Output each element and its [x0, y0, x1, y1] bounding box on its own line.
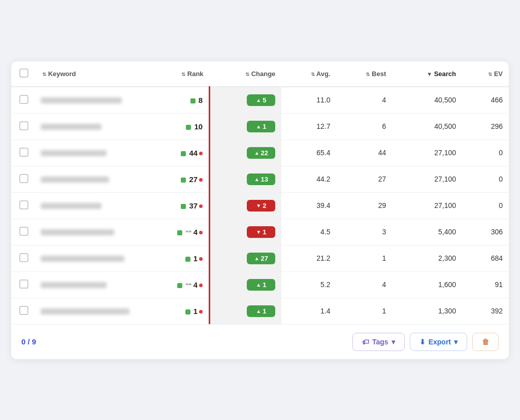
export-chevron-icon: ▾	[454, 338, 458, 346]
rank-number: 27	[189, 175, 198, 184]
export-button[interactable]: ⬇ Export ▾	[410, 333, 467, 351]
ev-cell: 392	[462, 298, 509, 324]
keyword-cell	[35, 87, 146, 114]
ev-cell: 0	[462, 166, 509, 192]
ev-column-header[interactable]: ⇅ EV	[462, 61, 509, 87]
best-cell: 1	[336, 245, 392, 271]
rank-indicator	[186, 125, 191, 130]
row-checkbox-cell	[11, 271, 35, 298]
rank-number: 4	[193, 281, 198, 289]
tags-label: Tags	[372, 338, 388, 346]
change-badge: ▲27	[247, 253, 275, 264]
ev-cell: 306	[462, 219, 509, 245]
row-checkbox-cell	[11, 192, 35, 219]
avg-cell: 1.4	[281, 298, 336, 324]
row-checkbox-cell	[11, 166, 35, 192]
search-sort-icon: ▼	[427, 71, 432, 77]
ev-cell: 91	[462, 271, 509, 298]
rank-number: 37	[189, 201, 198, 210]
delete-icon: 🗑	[482, 338, 489, 346]
rank-cell: ❝❝4	[146, 219, 210, 245]
row-checkbox[interactable]	[19, 306, 28, 315]
select-all-checkbox[interactable]	[19, 68, 28, 78]
best-cell: 4	[336, 87, 392, 114]
avg-cell: 12.7	[281, 113, 336, 139]
row-checkbox[interactable]	[19, 148, 28, 157]
rank-number: 10	[194, 122, 203, 131]
row-checkbox[interactable]	[19, 95, 28, 104]
rank-label: Rank	[187, 70, 204, 78]
keyword-text	[41, 282, 107, 288]
ev-cell: 684	[462, 245, 509, 271]
avg-column-header[interactable]: ⇅ Avg.	[281, 61, 336, 87]
row-checkbox[interactable]	[19, 253, 28, 262]
change-cell: ▲22	[210, 139, 282, 166]
rank-indicator	[181, 204, 186, 209]
main-container: ⇅ Keyword ⇅ Rank ⇅ Change ⇅ Avg. ⇅ Bes	[11, 61, 509, 359]
change-sort-icon: ⇅	[245, 72, 249, 77]
row-checkbox[interactable]	[19, 121, 28, 130]
ev-label: EV	[494, 70, 503, 78]
change-cell: ▲1	[210, 298, 282, 324]
table-footer: 0 / 9 🏷 Tags ▾ ⬇ Export ▾ 🗑	[11, 324, 509, 359]
keyword-text	[41, 229, 114, 235]
row-checkbox[interactable]	[19, 227, 28, 236]
keyword-text	[41, 97, 122, 103]
change-badge: ▲1	[247, 279, 275, 291]
up-arrow-icon: ▲	[256, 124, 261, 129]
change-cell: ▼1	[210, 219, 282, 245]
change-value: 1	[263, 228, 266, 236]
row-checkbox[interactable]	[19, 200, 28, 209]
change-value: 22	[261, 149, 268, 157]
select-all-header[interactable]	[11, 61, 35, 87]
best-label: Best	[372, 70, 386, 78]
down-arrow-icon: ▼	[256, 203, 261, 208]
change-cell: ▲1	[210, 113, 282, 139]
rank-sort-icon: ⇅	[181, 72, 185, 77]
row-checkbox[interactable]	[19, 279, 28, 289]
avg-cell: 65.4	[281, 139, 336, 166]
row-checkbox[interactable]	[19, 174, 28, 183]
ev-cell: 296	[462, 113, 509, 139]
rank-indicator	[190, 98, 196, 103]
change-column-header[interactable]: ⇅ Change	[210, 61, 282, 87]
table-row: 37▼239.42927,1000	[11, 192, 509, 219]
rank-column-header[interactable]: ⇅ Rank	[146, 61, 210, 87]
change-cell: ▲1	[210, 271, 282, 298]
keyword-cell	[35, 192, 146, 219]
best-cell: 27	[336, 166, 392, 192]
row-checkbox-cell	[11, 113, 35, 139]
up-arrow-icon: ▲	[254, 150, 259, 156]
change-value: 1	[263, 307, 266, 315]
rank-dot	[199, 178, 203, 182]
search-column-header[interactable]: ▼ Search	[392, 61, 462, 87]
change-badge: ▲22	[247, 147, 275, 159]
keyword-cell	[35, 166, 146, 192]
tags-button[interactable]: 🏷 Tags ▾	[352, 333, 405, 351]
tags-chevron-icon: ▾	[392, 338, 395, 346]
up-arrow-icon: ▲	[254, 256, 259, 261]
best-cell: 3	[336, 219, 392, 245]
table-row: ❝❝4▼14.535,400306	[11, 219, 509, 245]
best-cell: 4	[336, 271, 392, 298]
keyword-text	[41, 124, 102, 130]
rank-indicator	[181, 178, 186, 183]
keyword-text	[41, 150, 107, 156]
keyword-cell	[35, 245, 146, 271]
ev-cell: 0	[462, 139, 509, 166]
best-cell: 29	[336, 192, 392, 219]
best-cell: 44	[336, 139, 392, 166]
table-row: 1▲2721.212,300684	[11, 245, 509, 271]
avg-cell: 5.2	[281, 271, 336, 298]
quote-icon: ❝❝	[185, 282, 191, 289]
rank-dot	[199, 231, 203, 234]
search-cell: 5,400	[392, 219, 462, 245]
quote-icon: ❝❝	[185, 229, 191, 236]
delete-button[interactable]: 🗑	[472, 333, 499, 351]
table-row: 27▲1344.22727,1000	[11, 166, 509, 192]
change-cell: ▲27	[210, 245, 282, 271]
best-column-header[interactable]: ⇅ Best	[336, 61, 392, 87]
search-cell: 27,100	[392, 139, 462, 166]
change-value: 1	[263, 281, 266, 289]
keyword-column-header[interactable]: ⇅ Keyword	[35, 61, 146, 87]
